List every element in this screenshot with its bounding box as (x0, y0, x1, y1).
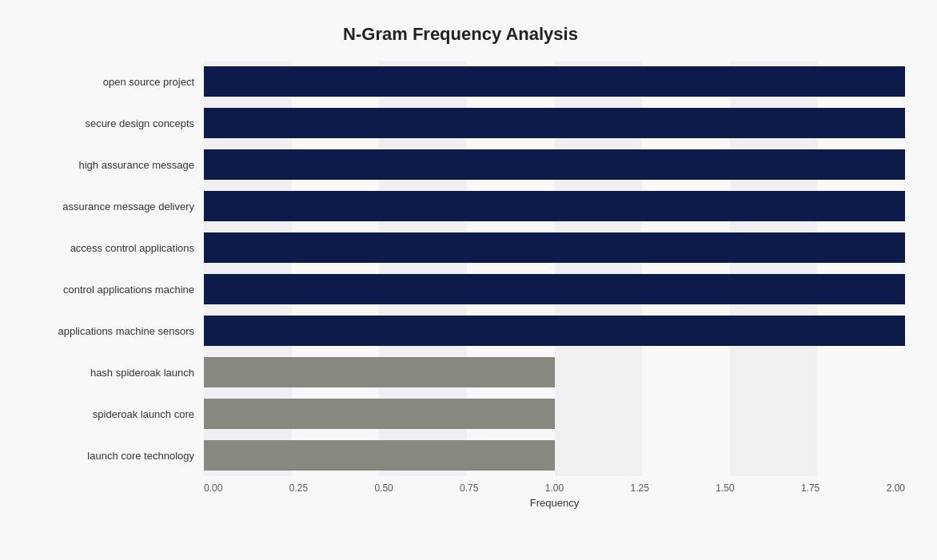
bar-track (204, 357, 905, 387)
bar-fill (204, 149, 905, 180)
bar-label: open source project (16, 76, 204, 88)
bar-label: high assurance message (16, 159, 204, 171)
bar-fill (204, 191, 905, 221)
x-axis-tick-label: 0.25 (289, 483, 308, 494)
bar-fill (204, 274, 905, 304)
bar-label: control applications machine (16, 284, 204, 296)
x-axis-tick-label: 2.00 (887, 483, 905, 494)
bar-track (204, 399, 905, 429)
bar-label: launch core technology (16, 450, 204, 462)
bar-row: access control applications (16, 227, 905, 268)
bar-row: assurance message delivery (16, 185, 905, 227)
x-axis-tick-label: 0.00 (204, 483, 222, 494)
bar-track (204, 108, 905, 138)
bar-track (204, 440, 905, 471)
bar-track (204, 66, 905, 97)
bar-track (204, 232, 905, 263)
bar-row: secure design concepts (16, 102, 905, 144)
bar-label: spideroak launch core (16, 408, 204, 420)
bar-row: open source project (16, 61, 905, 102)
bar-row: launch core technology (16, 435, 905, 476)
bar-track (204, 149, 905, 180)
chart-inner: open source projectsecure design concept… (16, 61, 905, 476)
bar-fill (204, 108, 905, 138)
bar-track (204, 191, 905, 221)
x-axis-area: 0.000.250.500.751.001.251.501.752.00 Fre… (204, 476, 905, 516)
x-axis-tick-label: 1.50 (716, 483, 734, 494)
bar-fill (204, 399, 555, 429)
bar-fill (204, 440, 555, 471)
bar-row: applications machine sensors (16, 310, 905, 351)
chart-container: N-Gram Frequency Analysis open source pr… (0, 0, 937, 560)
x-axis-tick-label: 0.50 (374, 483, 393, 494)
bar-fill (204, 66, 905, 97)
bars-section: open source projectsecure design concept… (16, 61, 905, 476)
bar-row: control applications machine (16, 268, 905, 310)
x-axis-title: Frequency (204, 497, 905, 509)
x-axis-tick-label: 0.75 (460, 483, 478, 494)
bar-label: access control applications (16, 242, 204, 254)
bar-label: assurance message delivery (16, 201, 204, 212)
bar-label: secure design concepts (16, 117, 204, 129)
bar-track (204, 316, 905, 346)
x-axis-labels: 0.000.250.500.751.001.251.501.752.00 (204, 476, 905, 494)
bar-fill (204, 316, 905, 346)
bar-row: spideroak launch core (16, 393, 905, 435)
chart-title: N-Gram Frequency Analysis (16, 16, 905, 45)
x-axis-tick-label: 1.25 (631, 483, 649, 494)
bar-row: high assurance message (16, 144, 905, 185)
bar-label: applications machine sensors (16, 325, 204, 337)
bar-fill (204, 232, 905, 263)
bar-label: hash spideroak launch (16, 367, 204, 379)
x-axis-tick-label: 1.00 (545, 483, 564, 494)
bar-row: hash spideroak launch (16, 351, 905, 393)
bar-fill (204, 357, 555, 387)
bar-track (204, 274, 905, 304)
x-axis-tick-label: 1.75 (801, 483, 819, 494)
